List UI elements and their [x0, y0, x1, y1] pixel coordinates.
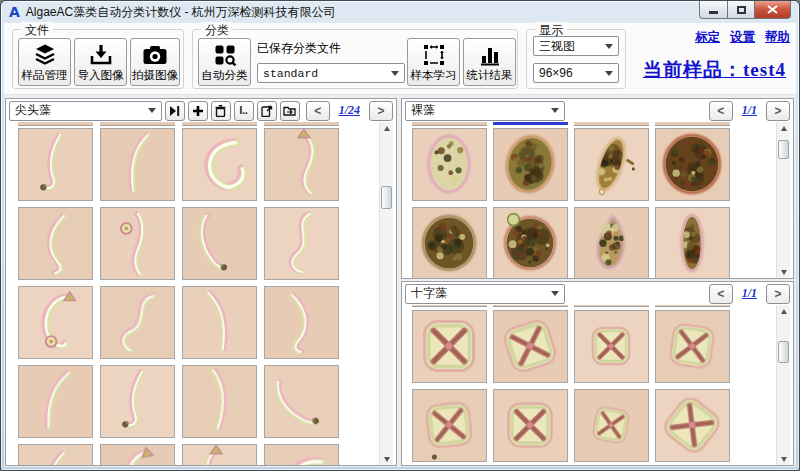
grid-search-icon: [213, 43, 237, 67]
maximize-button[interactable]: [728, 1, 755, 19]
selected-thumbnail-indicator: [493, 122, 568, 125]
algae-thumbnail[interactable]: [18, 365, 93, 438]
algae-thumbnail[interactable]: [182, 207, 257, 280]
algae-thumbnail[interactable]: [574, 128, 649, 201]
saved-file-select[interactable]: standard: [257, 63, 405, 83]
algae-thumbnail[interactable]: [264, 444, 339, 465]
algae-thumbnail[interactable]: [264, 128, 339, 201]
sample-manage-button[interactable]: 样品管理: [18, 38, 71, 86]
page-indicator-link[interactable]: 1/1: [742, 286, 757, 301]
vertical-scrollbar[interactable]: [379, 122, 393, 465]
algae-thumbnail[interactable]: [412, 207, 487, 278]
algae-thumbnail[interactable]: [182, 286, 257, 359]
page-indicator-link[interactable]: 1/24: [339, 103, 360, 118]
scrollbar-thumb[interactable]: [381, 186, 392, 209]
algae-thumbnail[interactable]: [493, 128, 568, 201]
next-page-button[interactable]: >: [766, 284, 790, 304]
window-controls: [699, 1, 791, 19]
algae-thumbnail[interactable]: [655, 389, 730, 462]
stats-result-button[interactable]: 统计结果: [463, 38, 516, 86]
scroll-down-button[interactable]: [380, 452, 394, 465]
page-indicator-link[interactable]: 1/1: [742, 103, 757, 118]
algae-thumbnail[interactable]: [574, 310, 649, 383]
algae-thumbnail[interactable]: [655, 207, 730, 278]
view-mode-select[interactable]: 三视图: [533, 36, 619, 56]
algae-thumbnail[interactable]: [493, 389, 568, 462]
prev-page-button[interactable]: <: [709, 284, 733, 304]
algae-thumbnail[interactable]: [100, 286, 175, 359]
scroll-down-button[interactable]: [777, 265, 791, 278]
next-sample-button[interactable]: [165, 101, 185, 121]
title-bar[interactable]: A AlgaeAC藻类自动分类计数仪 - 杭州万深检测科技有限公司: [1, 1, 799, 23]
bar-chart-icon: [478, 43, 502, 67]
algae-thumbnail[interactable]: [182, 128, 257, 201]
algae-thumbnail[interactable]: [18, 207, 93, 280]
algae-thumbnail[interactable]: [100, 128, 175, 201]
algae-thumbnail[interactable]: [182, 365, 257, 438]
algae-thumbnail[interactable]: [100, 207, 175, 280]
algae-thumbnail[interactable]: [264, 286, 339, 359]
top-links: 标定 设置 帮助: [695, 29, 790, 46]
export-page-icon: [261, 105, 273, 117]
rename-icon: I..: [239, 105, 247, 116]
left-species-select[interactable]: 尖头藻: [9, 101, 162, 121]
minimize-button[interactable]: [699, 1, 728, 19]
add-button[interactable]: [188, 101, 208, 121]
import-image-label: 导入图像: [78, 68, 124, 83]
close-icon: [767, 5, 778, 14]
next-page-button[interactable]: >: [766, 101, 790, 121]
move-to-folder-button[interactable]: [280, 101, 300, 121]
algae-thumbnail[interactable]: [264, 365, 339, 438]
algae-thumbnail[interactable]: [574, 389, 649, 462]
algae-thumbnail[interactable]: [18, 128, 93, 201]
close-button[interactable]: [755, 1, 791, 19]
auto-classify-button[interactable]: 自动分类: [198, 38, 251, 86]
vertical-scrollbar[interactable]: [776, 122, 790, 278]
chevron-down-icon: [605, 71, 613, 80]
algae-thumbnail[interactable]: [412, 128, 487, 201]
algae-thumbnail[interactable]: [655, 310, 730, 383]
algae-thumbnail[interactable]: [412, 310, 487, 383]
cell-size-value: 96×96: [539, 66, 573, 80]
algae-thumbnail[interactable]: [655, 128, 730, 201]
sample-manage-label: 样品管理: [22, 68, 68, 83]
prev-page-button[interactable]: <: [709, 101, 733, 121]
import-image-button[interactable]: 导入图像: [74, 38, 127, 86]
sample-learn-button[interactable]: 样本学习: [407, 38, 460, 86]
scroll-up-button[interactable]: [777, 122, 791, 135]
thumbnail-clipped-row: [655, 122, 730, 126]
help-link[interactable]: 帮助: [765, 29, 790, 46]
thumbnail-clipped-row: [412, 122, 487, 126]
algae-thumbnail[interactable]: [574, 207, 649, 278]
scrollbar-thumb[interactable]: [778, 341, 789, 363]
scroll-up-button[interactable]: [380, 122, 394, 135]
delete-button[interactable]: [211, 101, 231, 121]
scrollbar-thumb[interactable]: [778, 140, 789, 159]
algae-thumbnail[interactable]: [264, 207, 339, 280]
thumbnail-clipped-row: [100, 122, 175, 126]
right-bottom-species-select[interactable]: 十字藻: [405, 284, 565, 304]
capture-image-button[interactable]: 拍摄图像: [130, 38, 180, 86]
algae-thumbnail[interactable]: [182, 444, 257, 465]
trash-icon: [215, 105, 226, 117]
calibrate-link[interactable]: 标定: [695, 29, 720, 46]
right-top-species-select[interactable]: 裸藻: [405, 101, 565, 121]
next-page-button[interactable]: >: [369, 101, 393, 121]
algae-thumbnail[interactable]: [100, 365, 175, 438]
scroll-down-button[interactable]: [777, 452, 791, 465]
cell-size-select[interactable]: 96×96: [533, 63, 619, 83]
scroll-up-button[interactable]: [777, 305, 791, 318]
algae-thumbnail[interactable]: [100, 444, 175, 465]
settings-link[interactable]: 设置: [730, 29, 755, 46]
prev-page-button[interactable]: <: [306, 101, 330, 121]
thumbnail-clipped-row: [412, 305, 487, 307]
export-button[interactable]: [257, 101, 277, 121]
algae-thumbnail[interactable]: [493, 207, 568, 278]
algae-thumbnail[interactable]: [18, 286, 93, 359]
algae-thumbnail[interactable]: [18, 444, 93, 465]
algae-thumbnail[interactable]: [412, 389, 487, 462]
right-bottom-species-value: 十字藻: [411, 285, 447, 302]
algae-thumbnail[interactable]: [493, 310, 568, 383]
vertical-scrollbar[interactable]: [776, 305, 790, 465]
rename-button[interactable]: I..: [234, 101, 254, 121]
